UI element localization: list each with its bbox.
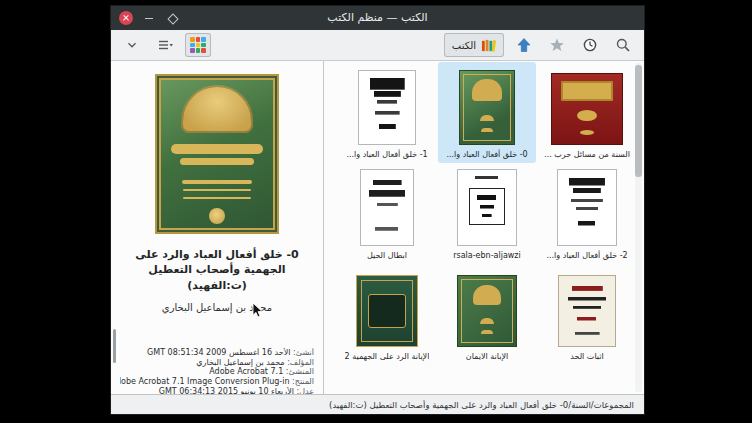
metadata-list: أنشئ: الأحد 16 أغسطس 2009 08:51:34 GMT ا… (111, 348, 323, 394)
book-title: 0- خلق أفعال العباد وا... (446, 149, 527, 161)
book-title: ابطال الحيل (367, 250, 407, 262)
book-title: rsala-ebn-aljawzi (453, 250, 521, 262)
grid-view-icon (190, 37, 206, 53)
titlebar[interactable]: الكتب — منظم الكتب (111, 6, 644, 30)
book-cover (457, 275, 517, 347)
book-item[interactable]: الإبانة الرد على الجهمية 2 (338, 264, 436, 365)
book-title: اثبات الحد (570, 351, 603, 363)
metadata-row: المنشئ: Adobe Acrobat 7.1 (120, 367, 314, 377)
books-filter-button[interactable]: الكتب (444, 33, 504, 57)
grid-scrollbar-thumb[interactable] (635, 65, 642, 177)
metadata-row: المؤلف: محمد بن إسماعيل البخاري (120, 358, 314, 368)
grid-scrollbar[interactable] (635, 63, 642, 392)
chevron-down-icon (125, 38, 139, 52)
grid-view-button[interactable] (185, 33, 211, 57)
breadcrumb-path: المجموعات/السنة/0- خلق أفعال العباد والر… (329, 400, 634, 410)
minimize-button[interactable] (142, 11, 156, 25)
toolbar: الكتب (111, 30, 644, 61)
details-scrollbar[interactable] (113, 329, 116, 363)
status-bar: المجموعات/السنة/0- خلق أفعال العباد والر… (111, 394, 644, 414)
book-cover (551, 73, 623, 145)
cover-ornament-dome (181, 85, 253, 133)
favorites-button[interactable] (544, 33, 570, 57)
selected-book-author: محمد بن إسماعيل البخاري (111, 302, 323, 313)
books-grid-panel: السنة من مسائل حرب ... 0- خلق أفعال العب… (323, 61, 644, 394)
view-options-button[interactable] (152, 33, 178, 57)
book-item[interactable]: 2- خلق أفعال العباد وا... (538, 163, 636, 264)
book-cover (360, 169, 414, 246)
book-cover (459, 70, 515, 145)
metadata-row: أنشئ: الأحد 16 أغسطس 2009 08:51:34 GMT (120, 348, 314, 358)
metadata-row: المنتج: Adobe Acrobat 7.1 Image Conversi… (120, 377, 314, 387)
cover-ornament-seal (209, 208, 225, 224)
cover-ornament-title (171, 144, 263, 154)
book-item[interactable]: ابطال الحيل (338, 163, 436, 264)
book-cover (358, 70, 416, 145)
metadata-row: عدل: الأربعاء 10 يونيو 2015 06:34:13 GMT (120, 387, 314, 394)
book-item-selected[interactable]: 0- خلق أفعال العباد وا... (438, 62, 536, 163)
books-icon (481, 38, 496, 53)
recent-button[interactable] (577, 33, 603, 57)
mouse-cursor (252, 302, 264, 320)
go-up-button[interactable] (511, 33, 537, 57)
book-cover (558, 275, 616, 347)
books-grid: السنة من مسائل حرب ... 0- خلق أفعال العب… (324, 61, 644, 365)
book-item[interactable]: الإبانة الايمان (438, 264, 536, 365)
book-cover (457, 169, 517, 246)
book-item[interactable]: rsala-ebn-aljawzi (438, 163, 536, 264)
window-title: الكتب — منظم الكتب (111, 6, 644, 30)
book-title: الإبانة الرد على الجهمية 2 (345, 351, 430, 363)
book-title: 1- خلق أفعال العباد وا... (346, 149, 427, 161)
book-title: 2- خلق أفعال العباد وا... (546, 250, 627, 262)
cover-ornament-lines (182, 180, 252, 184)
close-button[interactable] (119, 11, 133, 25)
clock-icon (582, 37, 598, 53)
maximize-button[interactable] (165, 11, 179, 25)
search-icon (615, 37, 631, 53)
details-panel: 0- خلق أفعال العباد والرد على الجهمية وأ… (111, 61, 323, 394)
book-title: السنة من مسائل حرب ... (544, 149, 630, 161)
selected-book-title: 0- خلق أفعال العباد والرد على الجهمية وأ… (123, 247, 311, 293)
collapse-panel-button[interactable] (119, 33, 145, 57)
app-window: الكتب — منظم الكتب الكتب (110, 5, 645, 415)
screen: الكتب — منظم الكتب الكتب (0, 0, 752, 423)
up-arrow-icon (516, 37, 532, 53)
book-cover (356, 275, 418, 347)
book-item[interactable]: 1- خلق أفعال العباد وا... (338, 62, 436, 163)
list-view-menu-icon (157, 37, 174, 53)
book-title: الإبانة الايمان (466, 351, 508, 363)
book-item[interactable]: اثبات الحد (538, 264, 636, 365)
book-item[interactable]: السنة من مسائل حرب ... (538, 62, 636, 163)
books-button-label: الكتب (452, 40, 476, 51)
content-area: السنة من مسائل حرب ... 0- خلق أفعال العب… (111, 61, 644, 394)
star-icon (549, 37, 565, 53)
search-button[interactable] (610, 33, 636, 57)
selected-book-cover (155, 74, 279, 234)
book-cover (557, 169, 617, 246)
